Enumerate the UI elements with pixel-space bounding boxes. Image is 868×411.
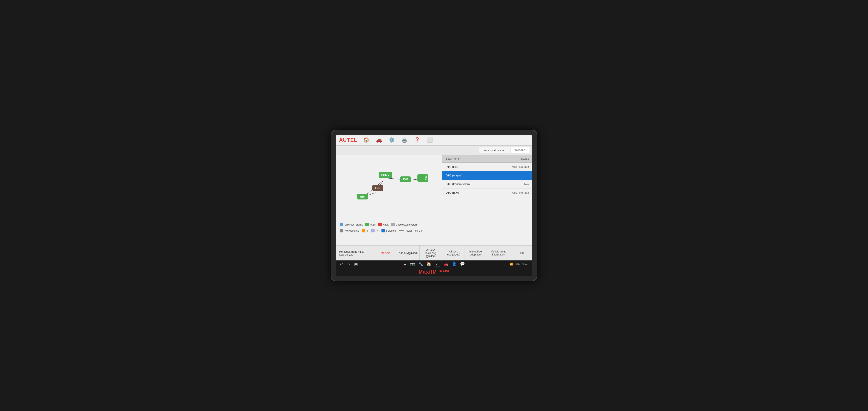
network-diagram: ECU ✓ ISM KEY TCU EIS [340,159,438,219]
legend-question-label: -?- [376,229,379,232]
house2-icon[interactable]: 🏠 [427,262,431,266]
vehicle-car: Car: Benz/E [339,253,371,256]
scan-table-row[interactable]: DTC (transmission)N/A [442,180,532,188]
camera-icon[interactable]: 📷 [410,262,415,266]
brand-main: MaxiIM IM608 [337,269,531,275]
sys-nav-right: 📶 93% 23:45 [510,263,528,266]
scan-item-name: DTC (transmission) [442,180,492,188]
action-btn-report[interactable]: Report [374,245,397,260]
settings-icon[interactable]: ⚙️ [388,136,396,144]
scan-item-status [492,171,532,180]
legend-pass: Pass [365,223,376,226]
sys-nav-left: ↩ ⌂ ▣ [340,262,358,266]
vehicle-brand: Mercedes-Benz V4.80 [339,250,371,253]
sys-home-icon[interactable]: ⌂ [347,262,350,266]
legend-unselected: Unselected system [391,223,417,226]
help-icon[interactable]: ❓ [413,136,421,144]
msg2-icon[interactable]: 💬 [460,262,465,266]
action-buttons: ReportAdd key(guided)All keys lost(Fast)… [374,245,532,260]
node-ism: ISM [400,176,411,182]
print-icon[interactable]: 🖨️ [401,136,408,144]
col-status: Status [492,155,532,163]
scan-table-row[interactable]: DTC (ISM)Pass | No fault [442,188,532,197]
action-btn-add-keyguided[interactable]: Add key(guided) [397,245,420,260]
cloud-icon[interactable]: ☁ [403,262,407,266]
node-tcu: TCU [372,185,383,191]
diagram-svg [340,159,438,219]
wifi-icon: 📶 [510,263,513,266]
action-btn-vehicle-immo-information[interactable]: Vehicle immo information [487,245,510,260]
node-eis: EIS [357,194,368,200]
svg-line-4 [368,193,375,195]
legend-unselected-label: Unselected system [396,223,417,226]
vp-icon[interactable]: VP [435,262,440,266]
clock: 23:45 [522,263,528,266]
action-btn-esc[interactable]: ESC [510,245,532,260]
legend-question-box [371,229,375,232]
scan-table-header: Scan Items Status [442,155,532,163]
legend-no-response-box [340,229,343,232]
scan-item-status: Pass | No fault [492,188,532,197]
node-key: KEY [417,174,428,182]
legend-selected-box [381,229,385,232]
legend-fault-label: Fault [383,223,389,226]
action-btn-all-keys-lostfastguided[interactable]: All keys lost(Fast)(guided) [420,245,442,260]
autel-logo: AUTEL [339,137,358,143]
device-screen: AUTEL 🏠 🚗 ⚙️ 🖨️ ❓ ⬜ Immo status scan Res… [336,135,532,276]
node-ecu: ECU ✓ [379,172,392,178]
bottom-bar: Mercedes-Benz V4.80 Car: Benz/E ReportAd… [336,245,532,260]
scan-item-name: DTC (ISM) [442,188,492,197]
vehicle-info: Mercedes-Benz V4.80 Car: Benz/E [336,245,374,260]
legend-fault: Fault [378,223,389,226]
brand-footer: MaxiIM IM608 [336,268,532,276]
window-icon[interactable]: ⬜ [426,136,434,144]
legend-unselected-box [391,223,395,226]
main-content: ECU ✓ ISM KEY TCU EIS [336,155,532,245]
home-icon[interactable]: 🏠 [363,136,370,144]
legend-no-response: No response [340,229,359,232]
scan-item-name: DTC (EIS) [442,163,492,171]
system-nav: ↩ ⌂ ▣ ☁ 📷 🔧 🏠 VP 🚗 👤 💬 📶 93% 23:45 [336,260,532,268]
legend-unknown-status-label: Unknown status [344,223,363,226]
scan-table: Scan Items Status DTC (EIS)Pass | No fau… [442,155,532,197]
diagram-panel: ECU ✓ ISM KEY TCU EIS [336,155,442,245]
legend-fault-box [378,223,382,226]
tabs-row: Immo status scan Rescan [336,146,532,155]
legend-separator-box [362,229,365,232]
wifi-percent: 93% [515,263,520,266]
legend-powertrain-label: PowerTrain Can [405,229,424,232]
legend-no-response-label: No response [344,229,359,232]
col-scan-items: Scan Items [442,155,492,163]
legend-separator-label: -|- [366,229,369,232]
action-btn-immobilizer-adaptation[interactable]: Immobilizer adaptation [465,245,487,260]
tab-rescan[interactable]: Rescan [511,147,530,153]
legend-powertrain: PowerTrain Can [399,229,424,232]
legend-pass-box [365,223,369,226]
scan-item-status: Pass | No fault [492,163,532,171]
legend-powertrain-line [399,231,404,231]
toolbar: AUTEL 🏠 🚗 ⚙️ 🖨️ ❓ ⬜ [336,135,532,146]
scan-panel: Scan Items Status DTC (EIS)Pass | No fau… [442,155,532,245]
scan-item-name: DTC (engine) [442,171,492,180]
legend-selected-label: Selected [386,229,396,232]
sys-apps-icon[interactable]: ▣ [354,262,358,266]
tools-icon[interactable]: 🔧 [418,262,423,266]
legend-unknown-status: Unknown status [340,223,363,226]
action-btn-all-keys-lostguided[interactable]: All keys lost(guided) [442,245,465,260]
legend-pass-label: Pass [370,223,376,226]
car-icon[interactable]: 🚗 [375,136,383,144]
person2-icon[interactable]: 👤 [452,262,457,266]
legend-selected: Selected [381,229,396,232]
sys-nav-center: ☁ 📷 🔧 🏠 VP 🚗 👤 💬 [403,262,465,266]
device-frame: AUTEL 🏠 🚗 ⚙️ 🖨️ ❓ ⬜ Immo status scan Res… [331,130,537,281]
scan-table-row[interactable]: DTC (engine) [442,171,532,180]
legend: Unknown status Pass Fault Unselected sys… [340,223,438,232]
tab-immo-scan[interactable]: Immo status scan [479,147,510,153]
scan-item-status: N/A [492,180,532,188]
scan-table-row[interactable]: DTC (EIS)Pass | No fault [442,163,532,171]
back-icon[interactable]: ↩ [340,262,343,266]
legend-unknown-status-box [340,223,343,226]
legend-question: -?- [371,229,379,232]
legend-separator: -|- [362,229,369,232]
car2-icon[interactable]: 🚗 [444,262,448,266]
